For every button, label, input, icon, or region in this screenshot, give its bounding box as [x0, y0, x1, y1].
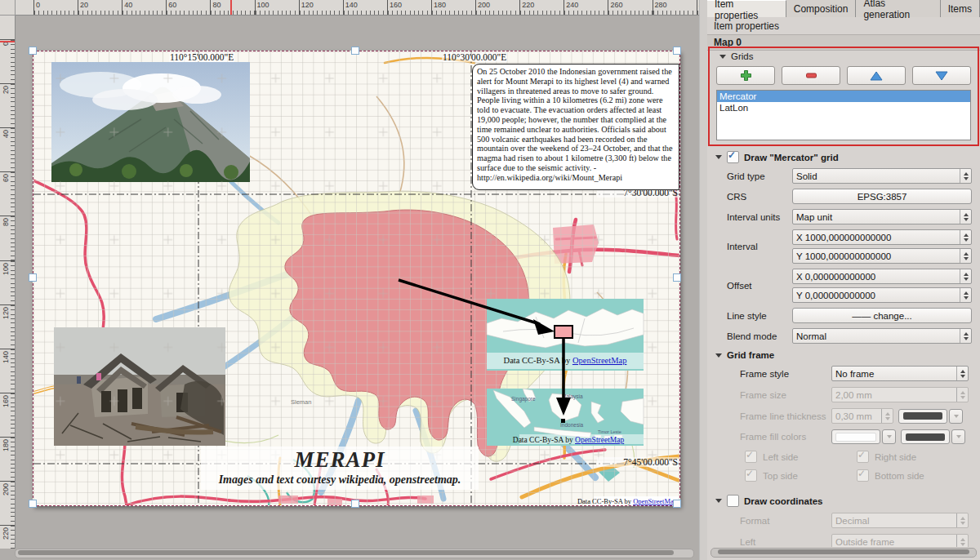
svg-text:Timor Leste: Timor Leste: [598, 429, 621, 434]
svg-text:Indonesia: Indonesia: [560, 422, 584, 428]
crs-button[interactable]: EPSG:3857: [792, 189, 972, 204]
up-triangle-icon: [870, 71, 883, 81]
tab-item-properties[interactable]: Item properties: [707, 0, 786, 17]
draw-grid-label: Draw "Mercator" grid: [744, 153, 839, 162]
panel-horizontal-scrollbar[interactable]: [710, 548, 977, 558]
line-style-change-button[interactable]: —— change...: [792, 308, 972, 323]
tab-atlas-generation[interactable]: Atlas generation: [856, 0, 940, 17]
ruler-tick: 40: [122, 0, 166, 15]
grid-type-row: Grid type Solid: [727, 168, 972, 184]
spinner-arrows: [960, 210, 971, 224]
collapse-arrow-icon[interactable]: [719, 55, 726, 59]
frame-fill-color1-dropdown: [882, 429, 896, 444]
canvas-horizontal-scrollbar[interactable]: [15, 549, 694, 558]
map-attribution: Data CC-By-SA by OpenStreetMap: [577, 497, 677, 505]
collapse-arrow-icon[interactable]: [715, 499, 722, 503]
selection-handle[interactable]: [673, 273, 681, 282]
interval-units-combo[interactable]: Map unit: [792, 209, 972, 224]
horizontal-ruler[interactable]: 0204060801001201401601802002202402602803…: [15, 0, 699, 16]
panel-title: Item properties: [707, 17, 980, 34]
ruler-tick: 120: [299, 0, 343, 15]
frame-size-spinbox: 2,00 mm: [831, 387, 969, 402]
panel-scroll-area[interactable]: Grids: [707, 46, 980, 547]
interval-y-spinbox[interactable]: Y 1000,000000000000: [792, 248, 972, 264]
selection-handle[interactable]: [29, 273, 37, 282]
tab-composition[interactable]: Composition: [786, 0, 857, 17]
draw-coordinates-checkbox[interactable]: [727, 495, 739, 507]
coordinate-left-row: Left Outside frame: [740, 534, 969, 547]
line-style-row: Line style —— change...: [727, 308, 972, 323]
svg-text:Singapore: Singapore: [511, 396, 536, 402]
frame-style-combo[interactable]: No frame: [831, 366, 969, 381]
vertical-ruler[interactable]: 020406080100120140160180200220: [0, 15, 16, 549]
selection-handle[interactable]: [29, 47, 37, 55]
inset-indonesia-attribution: Data CC-By-SA by OpenStreetMap: [513, 436, 625, 444]
ruler-cursor-marker: [0, 41, 15, 42]
ruler-tick: 160: [387, 0, 431, 15]
ruler-tick: 260: [608, 0, 652, 15]
move-grid-down-button[interactable]: [912, 66, 971, 85]
coordinate-format-row: Format Decimal: [740, 513, 969, 528]
spinner-arrows: [956, 535, 968, 547]
coordinate-left-combo: Outside frame: [831, 534, 969, 547]
interval-row: Interval X 1000,000000000000 Y 1000,0000…: [727, 229, 972, 264]
offset-y-spinbox[interactable]: Y 0,000000000000: [792, 287, 972, 303]
collapse-arrow-icon[interactable]: [715, 353, 722, 358]
spinner-arrows: [960, 269, 971, 283]
article-text-item[interactable]: On 25 October 2010 the Indonesian govern…: [472, 64, 679, 190]
selection-handle[interactable]: [673, 500, 681, 508]
frame-fill-color2-dropdown: [951, 429, 965, 444]
down-triangle-icon: [935, 71, 948, 81]
grid-list-item-mercator[interactable]: Mercator: [717, 91, 970, 102]
frame-style-row: Frame style No frame: [740, 366, 969, 381]
scrollbar-thumb[interactable]: [18, 550, 674, 555]
ruler-cursor-marker: [230, 0, 232, 15]
ruler-tick: 100: [255, 0, 299, 15]
grid-list-item-latlon[interactable]: LatLon: [717, 102, 970, 113]
minus-icon: [805, 69, 817, 82]
bottom-side-checkbox: [857, 469, 869, 482]
ruler-tick: 200: [0, 481, 15, 525]
ruler-tick: 140: [343, 0, 387, 15]
offset-row: Offset X 0,000000000000 Y 0,000000000000: [727, 269, 972, 303]
interval-x-spinbox[interactable]: X 1000,000000000000: [792, 229, 972, 245]
ruler-tick: 0: [0, 39, 15, 83]
collapse-arrow-icon[interactable]: [715, 155, 722, 159]
remove-grid-button[interactable]: [782, 66, 840, 85]
frame-line-thickness-spinbox: 0,30 mm: [831, 408, 893, 424]
draw-grid-checkbox[interactable]: [727, 151, 739, 163]
frame-sides-row-2: Top side Bottom side: [745, 469, 969, 482]
ruler-tick: 120: [0, 304, 15, 349]
tab-items[interactable]: Items: [941, 0, 980, 17]
composition-page-map-item[interactable]: Sleman: [33, 51, 680, 506]
grid-frame-label: Grid frame: [727, 350, 774, 360]
spinner-arrows: [956, 367, 968, 380]
selection-handle[interactable]: [351, 500, 359, 508]
grids-section-label: Grids: [731, 51, 753, 61]
blend-mode-combo[interactable]: Normal: [792, 328, 972, 344]
left-side-checkbox: [745, 451, 757, 463]
spinner-arrows: [881, 409, 893, 423]
qgis-composer-window: 0204060801001201401601802002202402602803…: [0, 0, 980, 560]
spinner-arrows: [960, 249, 971, 263]
add-grid-button[interactable]: [716, 66, 775, 85]
frame-line-thickness-row: Frame line thickness 0,30 mm: [740, 408, 969, 424]
grids-list[interactable]: Mercator LatLon: [716, 90, 971, 140]
selection-handle[interactable]: [29, 500, 37, 508]
ruler-tick: 20: [78, 0, 122, 15]
grid-type-combo[interactable]: Solid: [792, 168, 972, 184]
grids-group-annotated: Grids: [708, 47, 979, 146]
panel-tabbar: Item properties Composition Atlas genera…: [707, 0, 980, 17]
map-title-item[interactable]: MERAPI Images and text courtesy wikipedi…: [201, 447, 479, 490]
frame-line-color-button: [898, 409, 947, 424]
selection-handle[interactable]: [351, 47, 359, 55]
ruler-tick: 200: [475, 0, 519, 15]
offset-x-spinbox[interactable]: X 0,000000000000: [792, 269, 972, 284]
selection-handle[interactable]: [673, 47, 681, 55]
composer-canvas[interactable]: 0204060801001201401601802002202402602803…: [0, 0, 699, 560]
blend-mode-row: Blend mode Normal: [727, 328, 972, 344]
scrollbar-thumb[interactable]: [718, 549, 969, 554]
move-grid-up-button[interactable]: [847, 66, 906, 85]
frame-fill-color2-button: [901, 429, 950, 444]
ruler-tick: 40: [0, 127, 15, 171]
